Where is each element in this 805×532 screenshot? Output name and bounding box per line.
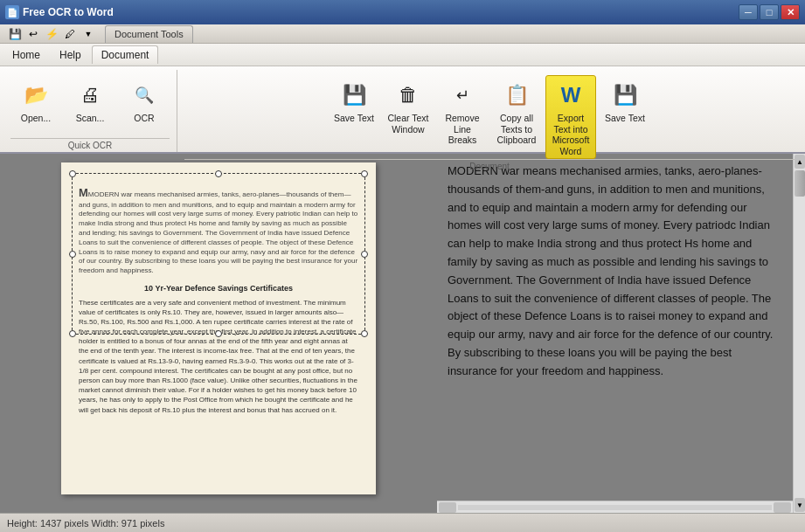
save-text-icon: 💾 [338, 79, 370, 111]
save-text-label: Save Text [334, 113, 374, 124]
handle-mr[interactable] [361, 251, 368, 258]
pen-quick-icon[interactable]: 🖊 [62, 26, 78, 42]
open-icon: 📂 [20, 79, 52, 111]
handle-ml[interactable] [69, 251, 76, 258]
save-text2-label: Save Text [605, 113, 645, 124]
v-scroll-thumb[interactable] [795, 170, 805, 197]
redo-quick-icon[interactable]: ⚡ [44, 26, 59, 42]
save-text2-icon: 💾 [609, 79, 641, 111]
export-word-label: Export Text into Microsoft Word [550, 113, 592, 156]
menu-document[interactable]: Document [92, 45, 159, 64]
app-icon: 📄 [5, 5, 19, 19]
text-area-inner: MODERN war means mechanised armies, tank… [437, 154, 793, 513]
document-panel[interactable]: MMODERN war means mechanised armies, tan… [0, 154, 437, 513]
ribbon: 📂 Open... 🖨 Scan... 🔍 OCR Quick OCR 💾 Sa… [0, 66, 805, 154]
text-panel-wrapper: MODERN war means mechanised armies, tank… [437, 154, 805, 513]
v-scroll-down[interactable]: ▼ [795, 498, 805, 512]
scan-icon: 🖨 [74, 79, 106, 111]
doc-section-title: 10 Yr-Year Defence Savings Certificates [79, 283, 358, 294]
vertical-scrollbar[interactable]: ▲ ▼ [793, 154, 805, 513]
text-output[interactable]: MODERN war means mechanised armies, tank… [437, 154, 793, 501]
status-text: Height: 1437 pixels Width: 971 pixels [7, 518, 164, 529]
h-scroll-left[interactable] [439, 502, 456, 513]
open-label: Open... [21, 113, 51, 124]
save-text-button[interactable]: 💾 Save Text [329, 75, 379, 138]
clear-text-button[interactable]: 🗑 Clear Text Window [383, 75, 434, 138]
doc-tools-bar: 💾 ↩ ⚡ 🖊 ▼ Document Tools [0, 24, 805, 44]
document-page: MMODERN war means mechanised armies, tan… [61, 162, 376, 494]
quick-ocr-group-label: Quick OCR [10, 138, 170, 152]
remove-breaks-icon: ↵ [447, 79, 478, 111]
h-scroll-track [458, 505, 772, 510]
handle-tm[interactable] [215, 170, 222, 177]
ocr-button[interactable]: 🔍 OCR [119, 75, 170, 138]
minimize-button[interactable]: ─ [739, 4, 758, 20]
v-scroll-up[interactable]: ▲ [795, 155, 805, 169]
save-text2-button[interactable]: 💾 Save Text [600, 75, 650, 138]
ocr-label: OCR [134, 113, 154, 124]
clear-text-label: Clear Text Window [387, 113, 429, 135]
ribbon-group-quick-ocr: 📂 Open... 🖨 Scan... 🔍 OCR Quick OCR [3, 70, 177, 152]
save-quick-icon[interactable]: 💾 [7, 26, 23, 42]
export-word-button[interactable]: W Export Text into Microsoft Word [545, 75, 596, 159]
menu-bar: Home Help Document [0, 44, 805, 66]
open-button[interactable]: 📂 Open... [10, 75, 61, 138]
export-word-icon: W [555, 79, 586, 111]
menu-help[interactable]: Help [51, 46, 90, 64]
status-bar: Height: 1437 pixels Width: 971 pixels [0, 513, 805, 532]
doc-paragraph2: These certificates are a very safe and c… [79, 298, 358, 415]
title-bar: 📄 Free OCR to Word ─ □ ✕ [0, 0, 805, 24]
clear-text-icon: 🗑 [392, 79, 424, 111]
h-scroll-right[interactable] [774, 502, 791, 513]
ribbon-group-document: 💾 Save Text 🗑 Clear Text Window ↵ Remove… [177, 70, 802, 152]
main-content: MMODERN war means mechanised armies, tan… [0, 154, 805, 513]
scan-button[interactable]: 🖨 Scan... [65, 75, 115, 138]
remove-breaks-button[interactable]: ↵ Remove Line Breaks [437, 75, 488, 149]
ocr-icon: 🔍 [128, 79, 160, 111]
v-scroll-track [794, 197, 805, 497]
copy-all-button[interactable]: 📋 Copy all Texts to Clipboard [491, 75, 542, 149]
copy-all-icon: 📋 [501, 79, 532, 111]
menu-home[interactable]: Home [3, 46, 49, 64]
app-title: Free OCR to Word [23, 6, 114, 18]
window-controls: ─ □ ✕ [739, 4, 800, 20]
maximize-button[interactable]: □ [760, 4, 779, 20]
undo-quick-icon[interactable]: ↩ [25, 26, 41, 42]
scan-label: Scan... [76, 113, 105, 124]
quick-ocr-buttons: 📂 Open... 🖨 Scan... 🔍 OCR [10, 73, 170, 138]
close-button[interactable]: ✕ [781, 4, 800, 20]
horizontal-scrollbar[interactable] [437, 501, 793, 513]
text-output-content: MODERN war means mechanised armies, tank… [448, 164, 773, 377]
handle-tl[interactable] [69, 170, 76, 177]
doc-tools-label: Document Tools [105, 25, 193, 43]
dropdown-quick-icon[interactable]: ▼ [80, 26, 96, 42]
handle-br[interactable] [361, 330, 368, 337]
handle-bl[interactable] [69, 330, 76, 337]
doc-paragraph1: MMODERN war means mechanised armies, tan… [79, 185, 358, 276]
copy-all-label: Copy all Texts to Clipboard [496, 113, 538, 146]
handle-tr[interactable] [361, 170, 368, 177]
document-buttons: 💾 Save Text 🗑 Clear Text Window ↵ Remove… [329, 73, 650, 159]
quick-access-toolbar: 💾 ↩ ⚡ 🖊 ▼ [7, 26, 96, 42]
remove-breaks-label: Remove Line Breaks [441, 113, 483, 146]
